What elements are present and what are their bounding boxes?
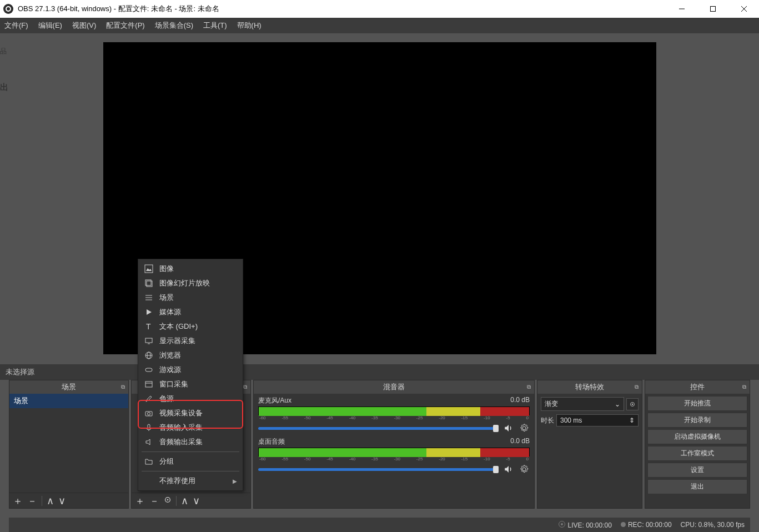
studio-mode-button[interactable]: 工作室模式 [647,446,747,461]
menu-profile[interactable]: 配置文件(P) [106,21,144,31]
ctx-scene[interactable]: 场景 [138,290,243,305]
add-source-button[interactable]: ＋ [135,494,145,508]
scenes-dock: 场景⧉ 场景 ＋ － ∧ ∨ [9,380,129,509]
window-icon [144,379,154,389]
volume-slider[interactable] [258,427,499,430]
ctx-image[interactable]: 图像 [138,262,243,276]
play-icon [144,307,154,317]
globe-icon [144,350,154,360]
transition-select[interactable]: 渐变⌄ [541,397,624,411]
live-status: LIVE: 00:00:00 [567,521,611,529]
source-toolbar: 未选择源 [0,364,759,380]
popout-icon[interactable]: ⧉ [121,384,125,390]
scenes-header[interactable]: 场景⧉ [9,380,128,394]
cpu-status: CPU: 0.8%, 30.00 fps [681,521,745,529]
scene-item[interactable]: 场景 [9,394,128,408]
exit-button[interactable]: 退出 [647,479,747,494]
monitor-icon [144,336,154,346]
settings-button[interactable]: 设置 [647,463,747,478]
list-icon [144,293,154,303]
popout-icon[interactable]: ⧉ [742,384,746,390]
scene-up-button[interactable]: ∧ [47,495,54,507]
no-source-label: 未选择源 [6,368,34,376]
menu-tools[interactable]: 工具(T) [203,21,227,31]
ctx-window-capture[interactable]: 窗口采集 [138,377,243,392]
svg-text:T: T [146,322,151,331]
start-stream-button[interactable]: 开始推流 [647,396,747,411]
source-down-button[interactable]: ∨ [193,495,200,507]
menu-edit[interactable]: 编辑(E) [38,21,62,31]
source-up-button[interactable]: ∧ [181,495,188,507]
mixer-dock: 混音器⧉ 麦克风/Aux0.0 dB -60-55-50-45-40-35-30… [253,380,535,509]
live-icon [559,521,565,528]
start-virtualcam-button[interactable]: 启动虚拟摄像机 [647,429,747,444]
volume-slider[interactable] [258,468,499,471]
menu-help[interactable]: 帮助(H) [237,21,262,31]
minimize-button[interactable] [673,3,690,14]
transition-settings-button[interactable] [626,398,639,410]
popout-icon[interactable]: ⧉ [635,384,639,390]
ctx-media[interactable]: 媒体源 [138,305,243,319]
channel-db: 0.0 dB [510,396,530,405]
duration-spinbox[interactable]: 300 ms⇕ [556,414,639,426]
gamepad-icon [144,365,154,375]
ctx-group[interactable]: 分组 [138,454,243,469]
remove-source-button[interactable]: － [149,494,159,508]
speaker-icon[interactable] [503,464,514,475]
scene-down-button[interactable]: ∨ [58,495,66,507]
svg-rect-22 [145,368,152,372]
mixer-channel-desktop: 桌面音频0.0 dB -60-55-50-45-40-35-30-25-20-1… [254,435,534,476]
ctx-video-capture[interactable]: 视频采集设备 [138,406,243,420]
ctx-color-source[interactable]: 色源 [138,392,243,406]
slideshow-icon [144,278,154,288]
edge-text-a: 品 [0,47,7,56]
preview-area [0,33,759,364]
menu-view[interactable]: 视图(V) [72,21,96,31]
ctx-slideshow[interactable]: 图像幻灯片放映 [138,276,243,290]
gear-icon[interactable] [519,464,530,475]
image-icon [144,264,154,274]
source-settings-button[interactable] [164,495,172,506]
close-button[interactable] [736,3,752,14]
mixer-header[interactable]: 混音器⧉ [254,380,534,394]
ctx-display-capture[interactable]: 显示器采集 [138,334,243,348]
text-icon: T [144,322,154,332]
svg-point-7 [632,403,633,404]
ctx-game-capture[interactable]: 游戏源 [138,363,243,377]
folder-icon [144,456,154,466]
rec-status: REC: 00:00:00 [628,521,672,529]
speaker-icon[interactable] [503,423,514,434]
mic-icon [144,423,154,433]
start-record-button[interactable]: 开始录制 [647,413,747,428]
maximize-button[interactable] [705,3,721,14]
add-scene-button[interactable]: ＋ [13,494,23,508]
audio-meter [258,448,530,456]
edge-text-b: 出 [0,82,8,93]
channel-db: 0.0 dB [510,437,530,446]
ctx-audio-output[interactable]: 音频输出采集 [138,435,243,449]
spinner-icon: ⇕ [629,416,635,424]
status-bar: LIVE: 00:00:00 REC: 00:00:00 CPU: 0.8%, … [9,518,750,532]
gear-icon[interactable] [519,423,530,434]
popout-icon[interactable]: ⧉ [527,384,531,390]
ctx-text[interactable]: T文本 (GDI+) [138,319,243,334]
menu-scene-collection[interactable]: 场景集合(S) [155,21,193,31]
submenu-arrow-icon: ▶ [233,478,237,484]
transitions-header[interactable]: 转场特效⧉ [537,380,642,394]
ctx-audio-input[interactable]: 音频输入采集 [138,420,243,435]
audio-meter [258,406,530,415]
controls-header[interactable]: 控件⧉ [645,380,750,394]
title-bar: OBS 27.1.3 (64-bit, windows) - 配置文件: 未命名… [0,0,759,18]
menu-file[interactable]: 文件(F) [4,21,28,31]
speaker-out-icon [144,437,154,447]
menu-bar: 文件(F) 编辑(E) 视图(V) 配置文件(P) 场景集合(S) 工具(T) … [0,18,759,33]
svg-point-5 [167,499,169,501]
svg-point-26 [148,413,150,415]
add-source-menu: 图像 图像幻灯片放映 场景 媒体源 T文本 (GDI+) 显示器采集 浏览器 游… [138,259,243,491]
transitions-dock: 转场特效⧉ 渐变⌄ 时长 300 ms⇕ [537,380,642,509]
ctx-deprecated[interactable]: 不推荐使用▶ [138,474,243,488]
remove-scene-button[interactable]: － [27,494,37,508]
popout-icon[interactable]: ⧉ [243,384,247,390]
mixer-channel-mic: 麦克风/Aux0.0 dB -60-55-50-45-40-35-30-25-2… [254,394,534,435]
ctx-browser[interactable]: 浏览器 [138,348,243,363]
